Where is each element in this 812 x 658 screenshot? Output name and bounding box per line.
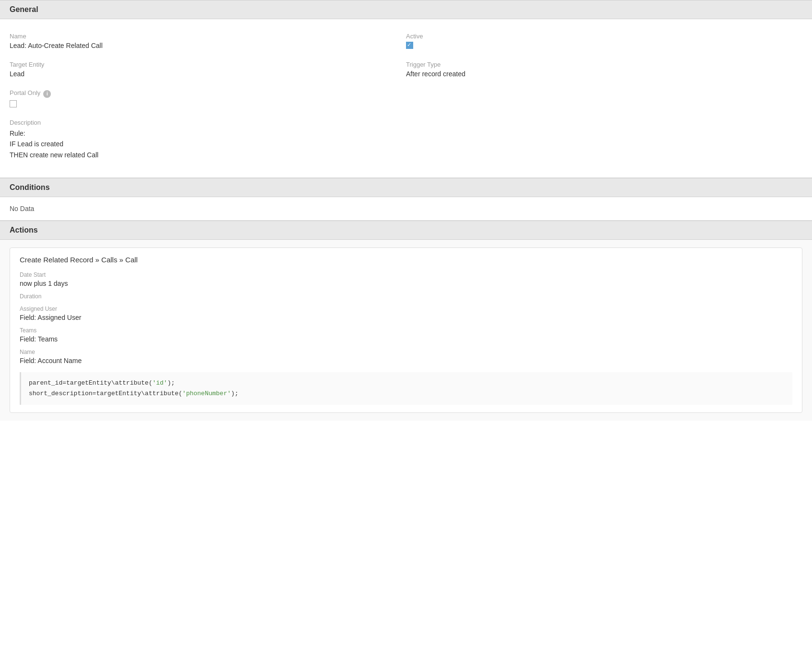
code-line-1-prefix: parent_id=targetEntity\attribute( — [29, 379, 152, 387]
action-card-title: Create Related Record » Calls » Call — [20, 256, 792, 264]
conditions-section-header: Conditions — [0, 178, 812, 197]
actions-section-body: Create Related Record » Calls » Call Dat… — [0, 240, 812, 421]
page-wrapper: General Name Lead: Auto-Create Related C… — [0, 0, 812, 421]
action-name-value: Field: Account Name — [20, 357, 792, 364]
duration-label: Duration — [20, 293, 792, 300]
assigned-user-label: Assigned User — [20, 306, 792, 312]
active-label: Active — [406, 33, 802, 40]
code-block: parent_id=targetEntity\attribute('id'); … — [20, 372, 792, 405]
description-line-2: IF Lead is created — [10, 139, 802, 149]
general-title: General — [10, 5, 38, 13]
code-line-1: parent_id=targetEntity\attribute('id'); — [29, 378, 785, 388]
general-row-1: Name Lead: Auto-Create Related Call Acti… — [10, 29, 802, 57]
target-entity-label: Target Entity — [10, 61, 406, 68]
code-line-2: short_description=targetEntity\attribute… — [29, 388, 785, 399]
teams-label: Teams — [20, 327, 792, 334]
name-field-group: Name Lead: Auto-Create Related Call — [10, 29, 406, 57]
trigger-type-value: After record created — [406, 70, 802, 78]
name-value: Lead: Auto-Create Related Call — [10, 42, 406, 49]
active-checkbox[interactable] — [406, 42, 413, 49]
date-start-field-group: Date Start now plus 1 days — [20, 271, 792, 287]
code-line-1-suffix: ); — [167, 379, 175, 387]
date-start-label: Date Start — [20, 271, 792, 278]
trigger-type-label: Trigger Type — [406, 61, 802, 68]
conditions-title: Conditions — [10, 183, 50, 191]
assigned-user-field-group: Assigned User Field: Assigned User — [20, 306, 792, 321]
actions-title: Actions — [10, 226, 38, 234]
teams-value: Field: Teams — [20, 335, 792, 343]
conditions-section-body: No Data — [0, 197, 812, 220]
date-start-value: now plus 1 days — [20, 280, 792, 287]
general-section-body: Name Lead: Auto-Create Related Call Acti… — [0, 19, 812, 177]
portal-only-label-row: Portal Only i — [10, 89, 802, 98]
general-row-2: Target Entity Lead Trigger Type After re… — [10, 57, 802, 85]
action-name-label: Name — [20, 349, 792, 355]
description-line-3: THEN create new related Call — [10, 150, 802, 160]
assigned-user-value: Field: Assigned User — [20, 314, 792, 321]
duration-field-group: Duration — [20, 293, 792, 300]
no-data-text: No Data — [0, 197, 812, 220]
teams-field-group: Teams Field: Teams — [20, 327, 792, 343]
portal-only-label: Portal Only — [10, 89, 40, 96]
code-line-2-suffix: ); — [231, 390, 239, 397]
general-section-header: General — [0, 0, 812, 19]
trigger-type-field-group: Trigger Type After record created — [406, 57, 802, 85]
description-value: Rule: IF Lead is created THEN create new… — [10, 128, 802, 160]
description-line-1: Rule: — [10, 128, 802, 139]
active-checkbox-container — [406, 42, 802, 49]
code-line-2-prefix: short_description=targetEntity\attribute… — [29, 390, 182, 397]
name-label: Name — [10, 33, 406, 40]
description-label: Description — [10, 119, 802, 126]
portal-only-checkbox-container — [10, 100, 802, 107]
portal-only-info-icon[interactable]: i — [43, 90, 51, 98]
code-line-2-param: 'phoneNumber' — [182, 390, 231, 397]
portal-only-field-group: Portal Only i — [10, 85, 802, 115]
action-name-field-group: Name Field: Account Name — [20, 349, 792, 364]
target-entity-value: Lead — [10, 70, 406, 78]
target-entity-field-group: Target Entity Lead — [10, 57, 406, 85]
code-line-1-param: 'id' — [152, 379, 167, 387]
portal-only-checkbox[interactable] — [10, 100, 17, 107]
actions-section-header: Actions — [0, 221, 812, 240]
active-field-group: Active — [406, 29, 802, 57]
action-card: Create Related Record » Calls » Call Dat… — [10, 247, 802, 413]
description-field-group: Description Rule: IF Lead is created THE… — [10, 115, 802, 168]
